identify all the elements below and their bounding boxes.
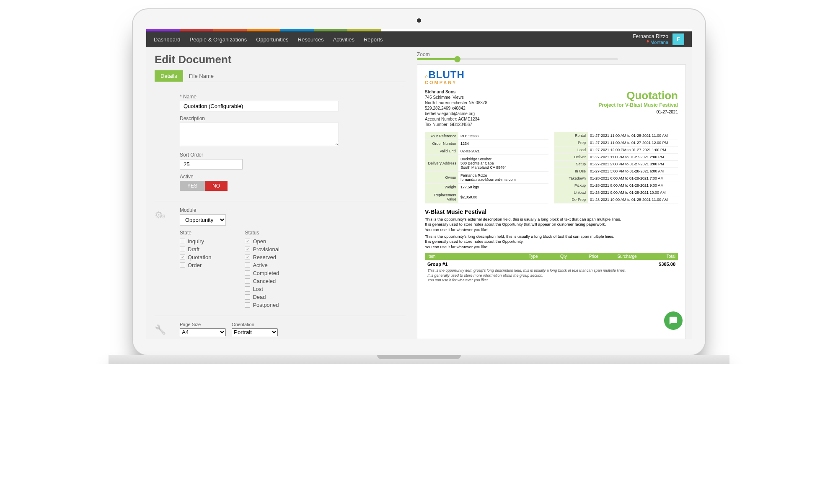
checkbox-box[interactable] xyxy=(245,302,250,308)
desc-textarea[interactable] xyxy=(180,123,339,146)
checkbox-box[interactable] xyxy=(180,262,185,268)
checkbox-label: Quotation xyxy=(188,254,211,260)
nav-user[interactable]: Fernanda Rizzo xyxy=(633,33,668,39)
doc-title: Quotation xyxy=(599,89,678,102)
zoom-thumb[interactable] xyxy=(454,56,460,62)
checkbox-label: Dead xyxy=(253,294,266,300)
nav-dashboard[interactable]: Dashboard xyxy=(154,36,181,43)
checkbox-label: Open xyxy=(253,238,266,244)
document-preview: ⌂BLUTH COMPANY Stehr and Sons 745 Schimm… xyxy=(417,64,686,339)
checkbox-box[interactable] xyxy=(245,294,250,300)
info-grid-right: Rental01-27-2021 11:00 AM to 01-28-2021 … xyxy=(554,132,678,203)
sort-label: Sort Order xyxy=(180,152,406,158)
checkbox-label: Draft xyxy=(188,246,199,252)
name-input[interactable] xyxy=(180,101,339,111)
checkbox-box[interactable] xyxy=(245,286,250,292)
tab-details[interactable]: Details xyxy=(155,70,183,82)
nav-opportunities[interactable]: Opportunities xyxy=(256,36,288,43)
checkbox-label: Completed xyxy=(253,270,279,276)
status-header: Status xyxy=(245,230,279,236)
checkbox-box[interactable] xyxy=(180,247,185,252)
checkbox-provisional[interactable]: Provisional xyxy=(245,246,279,252)
checkbox-draft[interactable]: Draft xyxy=(180,246,211,252)
nav-people[interactable]: People & Organizations xyxy=(190,36,247,43)
checkbox-open[interactable]: Open xyxy=(245,238,279,244)
logo: ⌂BLUTH COMPANY xyxy=(425,70,678,85)
page-title: Edit Document xyxy=(155,53,406,66)
checkbox-reserved[interactable]: Reserved xyxy=(245,254,279,260)
active-label: Active xyxy=(180,174,406,180)
checkbox-label: Active xyxy=(253,262,267,268)
name-label: * Name xyxy=(180,94,406,100)
checkbox-dead[interactable]: Dead xyxy=(245,294,279,300)
checkbox-inquiry[interactable]: Inquiry xyxy=(180,238,211,244)
page-size-select[interactable]: A4 xyxy=(180,328,226,336)
event-title: V-Blast Music Festival xyxy=(425,208,678,215)
checkbox-active[interactable]: Active xyxy=(245,262,279,268)
nav-reports[interactable]: Reports xyxy=(364,36,383,43)
group-desc: This is the opportunity item group's lon… xyxy=(425,268,678,283)
checkbox-box[interactable] xyxy=(245,239,250,244)
module-select[interactable]: Opportunity xyxy=(180,214,226,226)
desc-label: Description xyxy=(180,116,406,121)
top-nav: Dashboard People & Organizations Opportu… xyxy=(146,31,692,47)
doc-date: 01-27-2021 xyxy=(599,110,678,114)
item-table-header: Item Type Qty Price Surcharge Total xyxy=(425,253,678,260)
state-column: State InquiryDraftQuotationOrder xyxy=(180,230,211,310)
toggle-yes[interactable]: YES xyxy=(180,181,205,191)
checkbox-box[interactable] xyxy=(245,262,250,268)
checkbox-completed[interactable]: Completed xyxy=(245,270,279,276)
company-address: Stehr and Sons 745 Schimmel Views North … xyxy=(425,89,487,127)
zoom-slider[interactable] xyxy=(417,58,618,60)
checkbox-label: Reserved xyxy=(253,254,276,260)
event-desc-1: This is the opportunity's external descr… xyxy=(425,217,678,232)
checkbox-box[interactable] xyxy=(180,239,185,244)
checkbox-label: Canceled xyxy=(253,278,276,284)
sort-input[interactable] xyxy=(180,159,243,170)
toggle-no[interactable]: NO xyxy=(205,181,228,191)
checkbox-postponed[interactable]: Postponed xyxy=(245,302,279,308)
checkbox-box[interactable] xyxy=(180,255,185,260)
checkbox-order[interactable]: Order xyxy=(180,262,211,268)
module-label: Module xyxy=(180,207,406,213)
checkbox-label: Inquiry xyxy=(188,238,204,244)
chat-icon[interactable] xyxy=(664,311,683,330)
checkbox-lost[interactable]: Lost xyxy=(245,286,279,292)
camera-dot xyxy=(417,18,421,23)
active-toggle[interactable]: YES NO xyxy=(180,181,406,191)
checkbox-canceled[interactable]: Canceled xyxy=(245,278,279,284)
state-header: State xyxy=(180,230,211,236)
gear-icon xyxy=(155,207,180,310)
checkbox-label: Lost xyxy=(253,286,263,292)
checkbox-box[interactable] xyxy=(245,247,250,252)
checkbox-label: Order xyxy=(188,262,202,268)
checkbox-label: Provisional xyxy=(253,246,279,252)
doc-subtitle: Project for V-Blast Music Festival xyxy=(599,102,678,108)
event-desc-2: This is the opportunity's long descripti… xyxy=(425,234,678,249)
orientation-select[interactable]: Portrait xyxy=(232,328,278,336)
checkbox-box[interactable] xyxy=(245,278,250,284)
orientation-label: Orientation xyxy=(232,322,278,327)
checkbox-label: Postponed xyxy=(253,302,279,308)
section-icon-blank xyxy=(155,94,180,195)
page-size-label: Page Size xyxy=(180,322,226,327)
nav-activities[interactable]: Activities xyxy=(333,36,354,43)
tabs: Details File Name xyxy=(155,70,406,82)
checkbox-box[interactable] xyxy=(245,270,250,276)
group-row: Group #1 $385.00 xyxy=(425,260,678,268)
checkbox-quotation[interactable]: Quotation xyxy=(180,254,211,260)
info-grid-left: Your ReferencePO112233Order Number1234Va… xyxy=(425,132,548,203)
status-column: Status OpenProvisionalReservedActiveComp… xyxy=(245,230,279,310)
avatar[interactable]: F xyxy=(672,33,684,45)
checkbox-box[interactable] xyxy=(245,255,250,260)
nav-location[interactable]: Montana xyxy=(633,40,668,45)
wrench-icon xyxy=(155,322,180,339)
tab-file-name[interactable]: File Name xyxy=(183,70,220,82)
nav-resources[interactable]: Resources xyxy=(298,36,324,43)
